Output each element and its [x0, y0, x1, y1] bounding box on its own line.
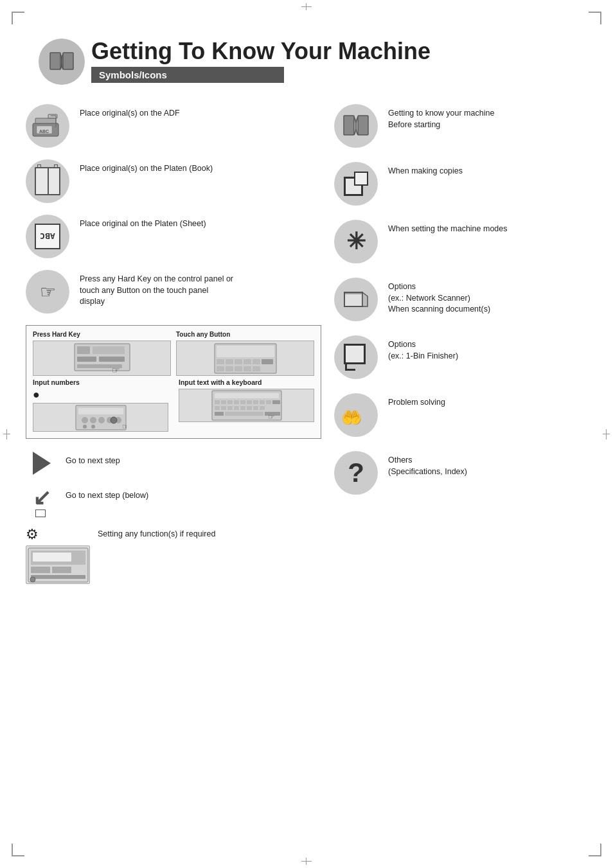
platen-sheet-icon: ABC	[35, 224, 60, 249]
getting-to-know-label: Getting to know your machineBefore start…	[388, 104, 494, 130]
svg-rect-46	[253, 400, 258, 404]
arrow-right-shape	[33, 452, 51, 475]
header-text-block: Getting To Know Your Machine Symbols/Ico…	[91, 39, 587, 83]
svg-text:☞: ☞	[268, 412, 275, 421]
svg-point-30	[90, 417, 96, 423]
svg-rect-43	[234, 400, 239, 404]
numpad-svg: ☞	[75, 405, 127, 430]
svg-rect-21	[262, 359, 273, 364]
settings-machine-image	[26, 545, 90, 584]
finisher-icon-circle	[334, 335, 378, 379]
crosshair-top	[301, 6, 312, 7]
right-row-finisher: Options(ex.: 1-Bin Finisher)	[334, 335, 587, 379]
svg-rect-10	[77, 357, 96, 362]
svg-point-29	[82, 417, 88, 423]
corner-mark-tr	[589, 12, 601, 24]
bullet-row: ●	[33, 389, 168, 400]
press-hard-key-section: Press Hard Key ☞	[33, 331, 171, 376]
svg-rect-66	[52, 567, 71, 573]
svg-text:🤲: 🤲	[341, 407, 362, 427]
touch-button-section: Touch any Button	[176, 331, 314, 376]
book-svg	[48, 48, 76, 76]
crosshair-right	[606, 429, 607, 439]
svg-rect-58	[215, 412, 224, 416]
right-row-scanner: Options(ex.: Network Scanner)When scanni…	[334, 278, 587, 321]
settings-svg	[28, 547, 89, 583]
finisher-label: Options(ex.: 1-Bin Finisher)	[388, 335, 458, 362]
svg-rect-59	[225, 412, 263, 416]
setting-icon-block: ⚙	[26, 526, 90, 584]
page-header: Getting To Know Your Machine Symbols/Ico…	[39, 39, 587, 85]
svg-rect-9	[93, 346, 125, 354]
svg-rect-11	[99, 357, 125, 362]
small-square-icon	[35, 509, 46, 517]
right-row-others: ? Others(Specifications, Index)	[334, 451, 587, 495]
input-row: Input numbers ●	[33, 378, 314, 432]
svg-rect-17	[226, 359, 233, 364]
scanner-label: Options(ex.: Network Scanner)When scanni…	[388, 278, 490, 315]
svg-text:ABC: ABC	[39, 129, 49, 134]
svg-rect-48	[266, 400, 271, 404]
svg-rect-55	[247, 406, 252, 410]
page-subtitle-bar: Symbols/Icons	[91, 67, 284, 83]
adf-label: Place original(s) on the ADF	[80, 104, 180, 120]
svg-rect-20	[253, 359, 260, 364]
right-column: Getting to know your machineBefore start…	[334, 104, 587, 596]
go-next-below-label: Go to next step (below)	[66, 484, 148, 502]
hard-key-icon-circle: ☞	[26, 270, 69, 314]
scanner-icon-circle	[334, 278, 378, 321]
svg-rect-49	[272, 400, 280, 404]
svg-rect-54	[240, 406, 245, 410]
modes-label: When setting the machine modes	[388, 220, 508, 235]
svg-point-34	[83, 425, 87, 429]
setting-label: Setting any function(s) if required	[98, 526, 215, 540]
right-row-getting-to-know: Getting to know your machineBefore start…	[334, 104, 587, 148]
adf-icon-circle: ABC	[26, 104, 69, 148]
finisher-icon	[344, 344, 368, 371]
copies-icon-circle	[334, 162, 378, 206]
svg-rect-44	[240, 400, 245, 404]
svg-rect-70	[358, 116, 368, 135]
input-text-label: Input text with a keyboard	[179, 378, 314, 386]
problem-label: Problem solving	[388, 393, 445, 409]
modes-icon-circle: ✳	[334, 220, 378, 263]
crosshair-left	[6, 429, 7, 439]
symbol-row-adf: ABC Place original(s) on the ADF	[26, 104, 321, 148]
step-row-next: Go to next step	[26, 449, 321, 475]
touch-button-image	[176, 341, 314, 376]
input-numbers-section: Input numbers ●	[33, 378, 168, 432]
main-content: ABC Place original(s) on the ADF	[26, 104, 587, 596]
corner-mark-br	[589, 844, 601, 856]
right-row-copies: When making copies	[334, 162, 587, 206]
arrow-right-icon	[26, 449, 58, 475]
right-row-modes: ✳ When setting the machine modes	[334, 220, 587, 263]
svg-text:☞: ☞	[112, 365, 120, 375]
keyboard-image: ☞	[179, 389, 314, 422]
svg-rect-23	[226, 366, 233, 371]
platen-sheet-icon-circle: ABC	[26, 215, 69, 258]
svg-rect-8	[77, 346, 90, 354]
press-hard-key-title: Press Hard Key	[33, 331, 171, 338]
gear-icon: ⚙	[26, 526, 39, 543]
book-icon-svg	[342, 112, 370, 140]
others-icon-circle: ?	[334, 451, 378, 495]
page-title: Getting To Know Your Machine	[91, 39, 587, 64]
svg-rect-53	[234, 406, 239, 410]
crosshair-bottom	[301, 861, 312, 862]
hand-icon: ☞	[40, 281, 56, 303]
svg-rect-39	[215, 393, 279, 398]
symbol-row-platen-book: Place original(s) on the Platen (Book)	[26, 159, 321, 203]
bent-arrow-icon: ↙	[33, 486, 51, 508]
press-hard-key-image: ☞	[33, 341, 171, 376]
others-label: Others(Specifications, Index)	[388, 451, 467, 477]
svg-rect-65	[31, 567, 50, 573]
corner-mark-tl	[12, 12, 24, 24]
copy-icon	[344, 172, 368, 196]
symbol-row-platen-sheet: ABC Place original on the Platen (Sheet)	[26, 215, 321, 258]
asterisk-icon: ✳	[346, 230, 366, 253]
panel-box-inner: Press Hard Key ☞	[33, 331, 314, 376]
bullet-icon: ●	[33, 389, 40, 400]
control-panel-svg: ☞	[73, 342, 131, 375]
svg-rect-41	[221, 400, 226, 404]
svg-point-31	[98, 417, 105, 423]
